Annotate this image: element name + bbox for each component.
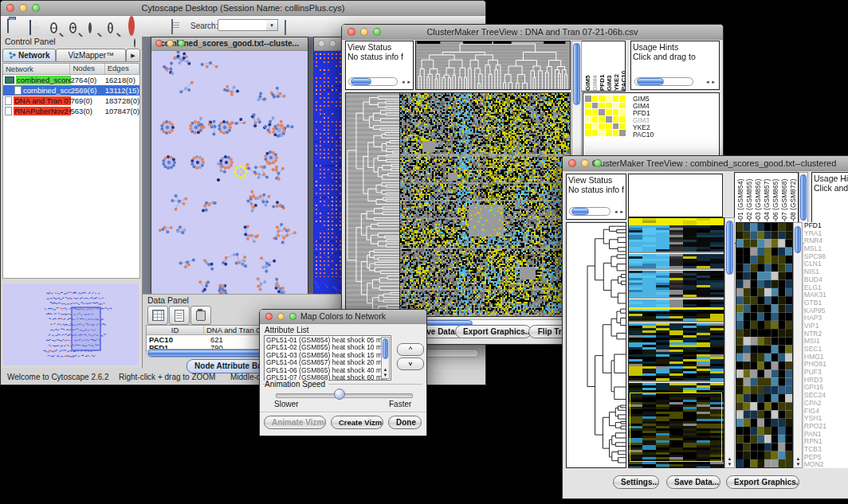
matrix-cell[interactable] bbox=[592, 116, 599, 123]
matrix-cell[interactable] bbox=[606, 123, 613, 131]
tv1-titlebar[interactable]: ClusterMaker TreeView : DNA and Tran 07-… bbox=[342, 25, 723, 40]
matrix-cell[interactable] bbox=[592, 96, 599, 103]
matrix-cell[interactable] bbox=[619, 109, 626, 116]
birdseye-view[interactable] bbox=[3, 283, 139, 365]
tv2-row-dendrogram[interactable] bbox=[566, 222, 626, 468]
tv2-zoom-vscrollbar[interactable]: ▲▼ bbox=[793, 222, 803, 468]
tv2-titlebar[interactable]: ClusterMaker TreeView : combined_scores_… bbox=[563, 156, 848, 171]
select-attributes-icon[interactable] bbox=[147, 306, 168, 325]
tv2-status-scrollbar[interactable] bbox=[569, 207, 610, 216]
save-icon[interactable] bbox=[29, 21, 31, 35]
zoom-actual-icon[interactable] bbox=[88, 19, 92, 33]
close-button[interactable] bbox=[318, 40, 325, 47]
tv1-status-scrollbar[interactable] bbox=[348, 77, 398, 86]
network-list-header[interactable]: Network Nodes Edges bbox=[3, 64, 139, 75]
zoom-in-icon[interactable]: + bbox=[69, 19, 77, 33]
matrix-cell[interactable] bbox=[599, 109, 606, 116]
done-button[interactable]: Done bbox=[388, 416, 422, 429]
matrix-cell[interactable] bbox=[619, 116, 626, 123]
save-data-button[interactable]: Save Data... bbox=[666, 475, 720, 489]
matrix-cell[interactable] bbox=[613, 109, 620, 116]
tv2-heatmap-vscrollbar[interactable]: ▲▼ bbox=[724, 217, 735, 468]
help-lifering-icon[interactable] bbox=[128, 19, 135, 33]
zoom-button[interactable] bbox=[289, 313, 296, 320]
zoom-button[interactable] bbox=[32, 4, 40, 12]
matrix-cell[interactable] bbox=[592, 103, 599, 110]
network-list-row[interactable]: RNAPuberNov2+563(0)107847(0) bbox=[3, 106, 139, 116]
dialog-titlebar[interactable]: Map Colors to Network bbox=[260, 310, 426, 324]
tv2-zoom-heatmap[interactable] bbox=[736, 222, 793, 468]
matrix-cell[interactable] bbox=[585, 96, 592, 103]
close-button[interactable] bbox=[265, 313, 273, 320]
tab-vizmapper[interactable]: VizMapper™ bbox=[56, 49, 126, 62]
tab-network[interactable]: Network bbox=[2, 49, 56, 62]
scroll-arrows[interactable]: ◂ ▸ bbox=[706, 77, 716, 86]
zoom-button[interactable] bbox=[178, 40, 185, 47]
export-graphics-button[interactable]: Export Graphics... bbox=[455, 325, 532, 338]
matrix-cell[interactable] bbox=[599, 116, 606, 123]
create-vizmap-button[interactable]: Create Vizmap bbox=[331, 416, 383, 429]
matrix-cell[interactable] bbox=[599, 123, 606, 131]
move-up-button[interactable]: ^ bbox=[397, 343, 424, 356]
create-attribute-icon[interactable] bbox=[169, 306, 190, 325]
matrix-cell[interactable] bbox=[585, 130, 592, 137]
minimize-button[interactable] bbox=[360, 28, 368, 36]
tv2-heatmap[interactable] bbox=[628, 217, 724, 468]
network-view-window[interactable]: combined_scores_good.txt--cluste... bbox=[151, 37, 308, 295]
attribute-list-scrollbar[interactable]: ▲▼ bbox=[381, 337, 390, 379]
attribute-listbox[interactable]: GPL51-01 (GSM854) heat shock 05 minGPL51… bbox=[264, 335, 391, 381]
network-list-row[interactable]: DNA and Tran 07769(0)183728(0) bbox=[3, 96, 139, 106]
network-list-row[interactable]: combined_sco2569(6)13112(15) bbox=[3, 85, 139, 96]
matrix-cell[interactable] bbox=[613, 130, 620, 137]
network-list-row[interactable]: combined_scores2764(0)16218(0) bbox=[3, 75, 139, 85]
matrix-cell[interactable] bbox=[599, 103, 606, 110]
close-button[interactable] bbox=[568, 159, 576, 167]
close-button[interactable] bbox=[6, 4, 14, 12]
matrix-cell[interactable] bbox=[606, 96, 613, 103]
matrix-cell[interactable] bbox=[606, 103, 613, 110]
matrix-cell[interactable] bbox=[585, 123, 592, 131]
matrix-cell[interactable] bbox=[606, 109, 613, 116]
tv1-hints-scrollbar[interactable] bbox=[634, 77, 693, 86]
matrix-cell[interactable] bbox=[592, 130, 599, 137]
matrix-cell[interactable] bbox=[606, 116, 613, 123]
minimize-button[interactable] bbox=[19, 4, 27, 12]
zoom-fit-icon[interactable]: ▫ bbox=[108, 19, 113, 33]
settings-button[interactable]: Settings... bbox=[613, 475, 659, 489]
search-dropdown-arrow[interactable]: ▼ bbox=[266, 19, 278, 31]
tv1-similarity-matrix[interactable] bbox=[585, 96, 626, 137]
tv2-column-dendrogram[interactable] bbox=[628, 174, 723, 217]
scroll-arrows[interactable]: ◂ ▸ bbox=[402, 77, 411, 86]
move-down-button[interactable]: v bbox=[397, 357, 424, 370]
tv1-column-dendrogram[interactable] bbox=[415, 41, 571, 90]
matrix-cell[interactable] bbox=[613, 96, 620, 103]
close-button[interactable] bbox=[347, 28, 355, 36]
zoom-out-icon[interactable]: − bbox=[50, 19, 57, 33]
network-canvas[interactable] bbox=[151, 51, 308, 295]
zoom-button[interactable] bbox=[373, 28, 381, 36]
search-input[interactable] bbox=[218, 19, 267, 31]
matrix-cell[interactable] bbox=[619, 96, 626, 103]
matrix-cell[interactable] bbox=[619, 123, 626, 131]
scroll-arrows[interactable]: ◂ ▸ bbox=[614, 207, 624, 216]
matrix-cell[interactable] bbox=[585, 109, 592, 116]
matrix-cell[interactable] bbox=[619, 103, 626, 110]
matrix-cell[interactable] bbox=[606, 130, 613, 137]
tab-overflow-arrow[interactable]: ▶ bbox=[126, 49, 140, 62]
tv1-row-dendrogram[interactable] bbox=[345, 92, 401, 317]
zoom-button[interactable] bbox=[594, 159, 602, 167]
network-view-titlebar[interactable]: combined_scores_good.txt--cluste... bbox=[151, 37, 308, 51]
main-titlebar[interactable]: Cytoscape Desktop (Session Name: collins… bbox=[1, 1, 485, 16]
minimize-button[interactable] bbox=[581, 159, 589, 167]
matrix-cell[interactable] bbox=[592, 109, 599, 116]
matrix-cell[interactable] bbox=[599, 130, 606, 137]
minimize-button[interactable] bbox=[167, 40, 174, 47]
slider-thumb[interactable] bbox=[334, 389, 345, 400]
tv1-heatmap[interactable] bbox=[399, 92, 571, 317]
matrix-cell[interactable] bbox=[613, 123, 620, 131]
matrix-cell[interactable] bbox=[619, 130, 626, 137]
matrix-cell[interactable] bbox=[585, 116, 592, 123]
annotation-icon[interactable] bbox=[171, 20, 173, 34]
matrix-cell[interactable] bbox=[613, 116, 620, 123]
open-folder-icon[interactable] bbox=[7, 19, 9, 33]
